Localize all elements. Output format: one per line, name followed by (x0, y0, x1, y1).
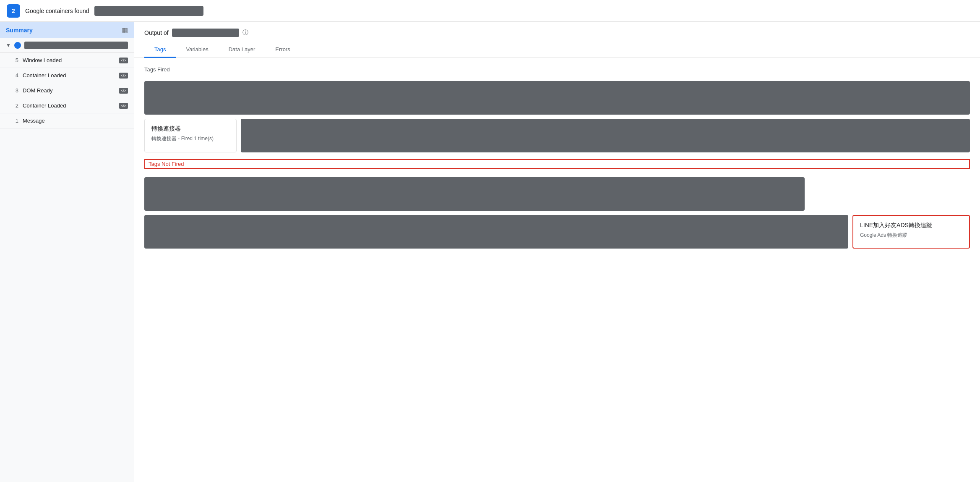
sidebar-event-5[interactable]: 5 Window Loaded </> (0, 53, 134, 68)
tags-not-fired-title: Tags Not Fired (144, 159, 970, 169)
event-num-3: 3 (12, 87, 18, 94)
event-label-3: DOM Ready (23, 87, 115, 94)
sidebar-container-row: ▼ (0, 38, 134, 53)
event-num-5: 5 (12, 57, 18, 63)
tags-fired-bar-1 (144, 81, 970, 115)
content-area: Output of ⓘ Tags Variables Data Layer Er… (134, 22, 980, 482)
sidebar-events-list: 5 Window Loaded </> 4 Container Loaded <… (0, 53, 134, 128)
container-count-badge: 2 (7, 4, 20, 18)
tab-tags[interactable]: Tags (144, 42, 176, 58)
tag-not-fired-name: LINE加入好友ADS轉換追蹤 (860, 222, 962, 229)
event-num-2: 2 (12, 102, 18, 109)
expand-arrow-icon: ▼ (6, 42, 11, 48)
tags-fired-card-row: 轉換連接器 轉換連接器 - Fired 1 time(s) (144, 119, 970, 152)
output-url-redacted (172, 29, 239, 37)
main-layout: Summary ▦ ▼ 5 Window Loaded </> 4 Contai… (0, 22, 980, 482)
output-label: Output of (144, 29, 169, 36)
event-num-4: 4 (12, 72, 18, 79)
event-num-1: 1 (12, 118, 18, 124)
tags-not-fired-bar-1 (144, 177, 805, 211)
sidebar-event-4[interactable]: 4 Container Loaded </> (0, 68, 134, 83)
tag-fired-sub: 轉換連接器 - Fired 1 time(s) (151, 135, 229, 142)
top-bar-url-redacted (94, 6, 203, 16)
tags-not-fired-bar-2 (144, 215, 848, 249)
sidebar: Summary ▦ ▼ 5 Window Loaded </> 4 Contai… (0, 22, 134, 482)
tag-fired-card[interactable]: 轉換連接器 轉換連接器 - Fired 1 time(s) (144, 119, 237, 152)
output-header: Output of ⓘ (134, 22, 980, 37)
event-label-1: Message (23, 118, 128, 124)
tag-not-fired-sub: Google Ads 轉換追蹤 (860, 232, 962, 239)
top-bar-title: Google containers found (25, 8, 89, 14)
event-label-2: Container Loaded (23, 102, 115, 109)
tab-data-layer[interactable]: Data Layer (219, 42, 266, 58)
sidebar-event-2[interactable]: 2 Container Loaded </> (0, 98, 134, 113)
event-label-5: Window Loaded (23, 57, 115, 63)
tags-not-fired-card-row: LINE加入好友ADS轉換追蹤 Google Ads 轉換追蹤 (144, 215, 970, 249)
event-label-4: Container Loaded (23, 72, 115, 79)
tags-content: Tags Fired 轉換連接器 轉換連接器 - Fired 1 time(s)… (134, 58, 980, 257)
summary-label: Summary (6, 27, 33, 34)
tags-fired-title: Tags Fired (144, 66, 970, 73)
event-code-icon-5: </> (119, 58, 128, 63)
sidebar-summary[interactable]: Summary ▦ (0, 22, 134, 38)
container-url-redacted (24, 42, 128, 49)
tags-not-fired-section: Tags Not Fired LINE加入好友ADS轉換追蹤 Google Ad… (144, 159, 970, 249)
event-code-icon-2: </> (119, 103, 128, 109)
event-code-icon-4: </> (119, 73, 128, 79)
sidebar-event-1[interactable]: 1 Message (0, 113, 134, 128)
tab-errors[interactable]: Errors (265, 42, 300, 58)
delete-icon[interactable]: ▦ (122, 26, 128, 34)
top-bar: 2 Google containers found (0, 0, 980, 22)
tab-variables[interactable]: Variables (176, 42, 218, 58)
container-dot-icon (14, 42, 21, 49)
event-code-icon-3: </> (119, 88, 128, 94)
tag-not-fired-card[interactable]: LINE加入好友ADS轉換追蹤 Google Ads 轉換追蹤 (852, 215, 970, 249)
sidebar-event-3[interactable]: 3 DOM Ready </> (0, 83, 134, 98)
tabs-bar: Tags Variables Data Layer Errors (134, 42, 980, 58)
tag-fired-name: 轉換連接器 (151, 125, 229, 133)
tags-fired-bar-2 (241, 119, 970, 152)
tags-fired-section: Tags Fired 轉換連接器 轉換連接器 - Fired 1 time(s) (144, 66, 970, 152)
help-icon[interactable]: ⓘ (242, 29, 248, 37)
